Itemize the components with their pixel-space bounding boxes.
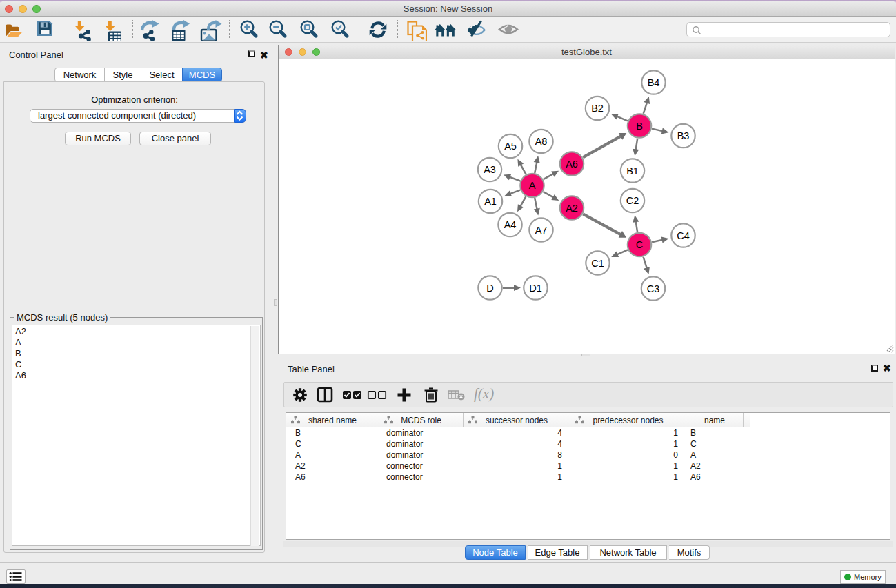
svg-text:C4: C4 bbox=[677, 230, 690, 241]
svg-text:B4: B4 bbox=[648, 77, 660, 88]
svg-text:B3: B3 bbox=[677, 130, 690, 141]
svg-text:A8: A8 bbox=[535, 136, 548, 147]
svg-text:A2: A2 bbox=[566, 203, 578, 214]
svg-text:A5: A5 bbox=[504, 141, 517, 152]
svg-text:C1: C1 bbox=[591, 258, 604, 269]
svg-text:A: A bbox=[529, 180, 536, 191]
svg-text:C2: C2 bbox=[626, 195, 639, 206]
svg-text:D1: D1 bbox=[529, 283, 542, 294]
svg-text:C: C bbox=[636, 239, 643, 250]
svg-text:C3: C3 bbox=[647, 283, 660, 294]
svg-text:A4: A4 bbox=[504, 219, 517, 230]
svg-text:D: D bbox=[486, 283, 493, 294]
svg-text:B: B bbox=[636, 121, 643, 132]
svg-text:A1: A1 bbox=[484, 196, 497, 207]
svg-text:B1: B1 bbox=[626, 165, 639, 176]
svg-text:A7: A7 bbox=[535, 225, 548, 236]
svg-text:A6: A6 bbox=[566, 159, 578, 170]
svg-text:A3: A3 bbox=[484, 164, 496, 175]
svg-text:B2: B2 bbox=[591, 103, 604, 114]
